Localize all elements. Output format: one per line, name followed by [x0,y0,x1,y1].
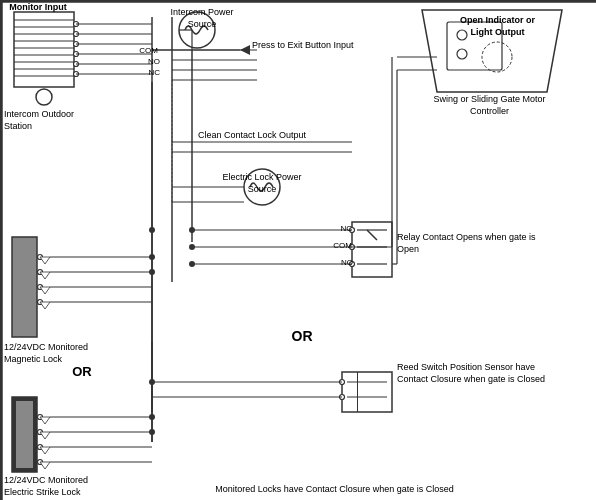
svg-point-51 [189,244,195,250]
swing-gate-label: Swing or Sliding Gate Motor Controller [417,94,562,117]
or-middle-label: OR [272,327,332,345]
svg-rect-63 [12,237,37,337]
press-to-exit-label: Press to Exit Button Input [252,40,412,52]
clean-contact-label: Clean Contact Lock Output [197,130,307,142]
reed-switch-label: Reed Switch Position Sensor have Contact… [397,362,562,385]
svg-rect-79 [16,401,33,468]
no2-label: NO [331,258,353,268]
or-top-label: OR [62,364,102,381]
nc-label: NC [135,68,160,78]
nc2-label: NC [330,224,352,234]
wiring-diagram: Monitor Input Intercom Outdoor Station I… [0,0,596,500]
com-label: COM [133,46,158,56]
svg-rect-54 [342,372,392,412]
svg-rect-59 [357,372,358,412]
intercom-outdoor-label: Intercom Outdoor Station [4,109,84,132]
monitor-input-label: Monitor Input [4,2,72,14]
electric-lock-power-label: Electric Lock Power Source [217,172,307,195]
svg-point-50 [189,227,195,233]
monitored-locks-label: Monitored Locks have Contact Closure whe… [157,484,512,496]
svg-point-52 [189,261,195,267]
svg-point-11 [36,89,52,105]
relay-contact-label: Relay Contact Opens when gate is Open [397,232,547,255]
open-indicator-label: Open Indicator or Light Output [450,15,545,38]
com2-label: COM [327,241,352,251]
no-label: NO [135,57,160,67]
electric-strike-label: 12/24VDC Monitored Electric Strike Lock [4,475,104,498]
svg-point-96 [457,49,467,59]
intercom-power-label: Intercom Power Source [167,7,237,30]
magnetic-lock-label: 12/24VDC Monitored Magnetic Lock [4,342,99,365]
